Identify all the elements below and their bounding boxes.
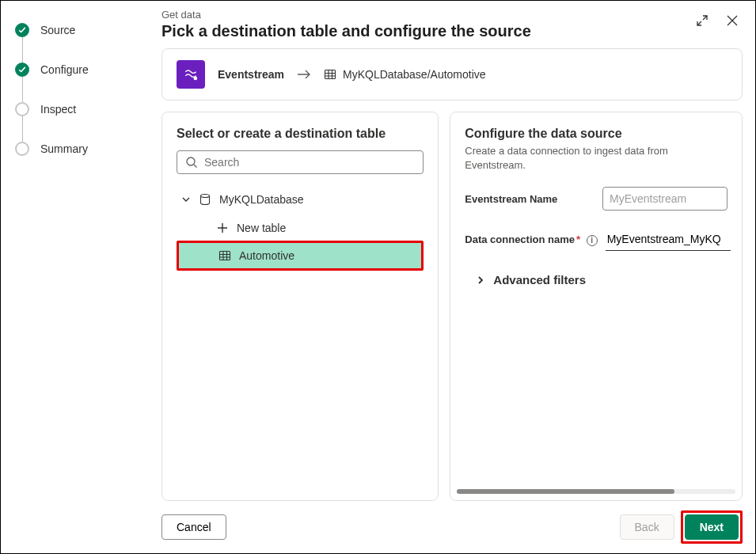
search-input[interactable] <box>204 156 415 169</box>
circle-icon <box>15 142 29 156</box>
tree-database-node[interactable]: MyKQLDatabase <box>177 190 424 209</box>
page-title: Pick a destination table and configure t… <box>161 22 531 40</box>
check-icon <box>15 63 29 77</box>
eventstream-name-label: Eventstream Name <box>465 193 557 205</box>
field-label-text: Data connection name <box>465 233 575 245</box>
destination-table-panel: Select or create a destination table <box>161 112 439 501</box>
database-icon <box>199 193 211 206</box>
chevron-right-icon <box>476 275 485 285</box>
data-connection-name-label: Data connection name* i <box>465 233 597 246</box>
svg-point-2 <box>187 157 195 165</box>
svg-rect-1 <box>325 70 336 79</box>
arrow-right-icon <box>297 69 311 80</box>
back-button: Back <box>620 514 674 540</box>
new-table-label: New table <box>237 222 286 234</box>
panel-title: Select or create a destination table <box>177 127 424 141</box>
stepper-connector <box>22 37 23 63</box>
circle-icon <box>15 102 29 116</box>
search-icon <box>185 156 198 169</box>
info-icon[interactable]: i <box>587 235 598 246</box>
stepper-connector <box>22 77 23 102</box>
panel-title: Configure the data source <box>465 127 728 141</box>
step-inspect: Inspect <box>15 102 141 116</box>
tree-table-automotive[interactable]: Automotive <box>179 243 421 268</box>
step-label: Inspect <box>40 103 76 116</box>
table-label: Automotive <box>239 249 294 262</box>
eventstream-icon <box>177 60 205 89</box>
database-label: MyKQLDatabase <box>219 193 304 206</box>
tree-new-table[interactable]: New table <box>177 215 424 241</box>
check-icon <box>15 23 29 37</box>
horizontal-scrollbar[interactable] <box>457 489 735 494</box>
breadcrumb-card: Eventstream MyKQLDatabase/Automotive <box>161 48 743 101</box>
step-source[interactable]: Source <box>15 23 141 37</box>
step-label: Summary <box>40 142 88 155</box>
svg-rect-4 <box>220 252 230 260</box>
stepper-connector <box>22 116 23 142</box>
breadcrumb-source: Eventstream <box>218 68 284 81</box>
advanced-filters-label: Advanced filters <box>493 273 586 286</box>
page-eyebrow: Get data <box>161 9 531 21</box>
required-asterisk: * <box>576 233 580 245</box>
step-summary: Summary <box>15 142 141 156</box>
close-icon[interactable] <box>725 13 739 28</box>
wizard-stepper: Source Configure Inspect Summary <box>1 1 155 553</box>
step-label: Source <box>40 24 75 36</box>
chevron-down-icon <box>181 195 191 204</box>
highlight-annotation: Next <box>681 510 743 544</box>
svg-point-0 <box>194 77 196 79</box>
cancel-button[interactable]: Cancel <box>161 514 226 540</box>
table-icon <box>218 249 231 262</box>
panel-subtitle: Create a data connection to ingest data … <box>465 144 728 173</box>
plus-icon <box>216 222 229 234</box>
svg-point-3 <box>201 195 210 198</box>
data-connection-name-field[interactable] <box>606 228 731 251</box>
search-input-wrap[interactable] <box>177 150 424 174</box>
scrollbar-thumb[interactable] <box>457 489 674 494</box>
breadcrumb-target-text: MyKQLDatabase/Automotive <box>343 68 486 81</box>
highlight-annotation: Automotive <box>177 241 424 271</box>
eventstream-name-field[interactable] <box>602 187 728 211</box>
next-button[interactable]: Next <box>685 514 739 540</box>
step-label: Configure <box>40 63 89 76</box>
table-icon <box>324 68 336 81</box>
configure-source-panel: Configure the data source Create a data … <box>450 112 743 501</box>
step-configure[interactable]: Configure <box>15 63 141 77</box>
expand-icon[interactable] <box>695 13 709 28</box>
breadcrumb-target: MyKQLDatabase/Automotive <box>324 68 486 81</box>
advanced-filters-toggle[interactable]: Advanced filters <box>465 273 728 286</box>
